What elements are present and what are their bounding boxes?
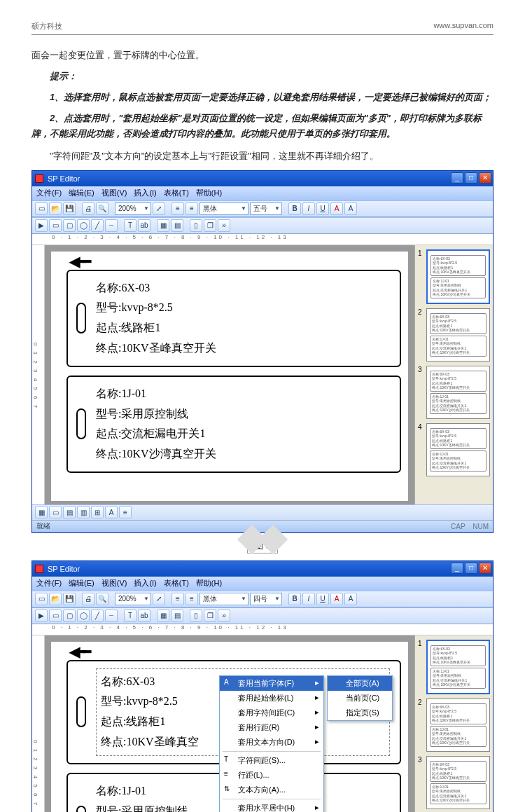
menu-insert[interactable]: 插入(I) — [134, 578, 156, 589]
tool-icon[interactable]: A — [105, 506, 118, 518]
underline-icon[interactable]: U — [316, 202, 329, 215]
field-text[interactable]: 型号:kvvp-8*2.5 — [96, 298, 390, 318]
font-name-combo[interactable]: 黑体 — [200, 593, 248, 605]
align-left-icon[interactable]: ≡ — [172, 202, 184, 215]
ab-icon[interactable]: ab — [138, 219, 150, 232]
ctx-apply-hcenter[interactable]: 套用水平居中(H)▸ — [220, 801, 323, 812]
bold-icon[interactable]: B — [288, 202, 301, 215]
line-icon[interactable]: ╱ — [91, 610, 104, 622]
ellipse-icon[interactable]: ◯ — [77, 219, 90, 232]
menu-help[interactable]: 帮助(H) — [196, 578, 222, 589]
menu-file[interactable]: 文件(F) — [36, 188, 62, 198]
rect-icon[interactable]: ▭ — [49, 219, 62, 232]
line-icon[interactable]: ╱ — [91, 219, 104, 232]
text-icon[interactable]: T — [124, 610, 136, 622]
ctx-apply-charspace[interactable]: 套用字符间距(C)▸ — [220, 706, 323, 720]
save-icon[interactable]: 💾 — [63, 202, 76, 215]
menu-edit[interactable]: 编辑(E) — [69, 578, 94, 589]
align-center-icon[interactable]: ≡ — [186, 202, 198, 215]
align-left-icon[interactable]: ≡ — [172, 593, 184, 605]
print-icon[interactable]: 🖨 — [82, 202, 94, 215]
font-size-combo[interactable]: 四号 — [250, 593, 282, 605]
pointer-icon[interactable]: ▶ — [35, 610, 48, 622]
copy-icon[interactable]: ❐ — [204, 219, 216, 232]
minimize-button[interactable]: _ — [451, 172, 463, 184]
zoom-combo[interactable]: 200% — [115, 593, 151, 605]
preview-icon[interactable]: 🔍 — [96, 593, 108, 605]
copy-icon[interactable]: ❐ — [204, 610, 216, 622]
field-text[interactable]: 名称:1J-01 — [96, 384, 390, 404]
minimize-button[interactable]: _ — [451, 563, 463, 574]
tool-icon[interactable]: ≡ — [119, 506, 132, 518]
print-icon[interactable]: 🖨 — [82, 593, 94, 605]
open-icon[interactable]: 📂 — [49, 593, 62, 605]
thumbnail[interactable]: 名称:6X-03型号:kvvp-8*2.5起点:线路柜1终点:10KV圣峰真空开… — [426, 366, 490, 419]
maximize-button[interactable]: □ — [465, 172, 477, 184]
menu-edit[interactable]: 编辑(E) — [69, 188, 94, 198]
menu-view[interactable]: 视图(V) — [102, 578, 127, 589]
open-icon[interactable]: 📂 — [49, 202, 62, 215]
tool-icon[interactable]: ▤ — [63, 506, 76, 518]
page-icon[interactable]: ▯ — [190, 610, 202, 622]
thumbnail[interactable]: 名称:6X-03型号:kvvp-8*2.5起点:线路柜1终点:10KV圣峰真空开… — [426, 249, 490, 304]
text-icon[interactable]: T — [124, 219, 136, 232]
dashed-icon[interactable]: ┄ — [105, 219, 118, 232]
thumbnail[interactable]: 名称:6X-03型号:kvvp-8*2.5起点:线路柜1终点:10KV圣峰真空开… — [426, 423, 490, 476]
menu-view[interactable]: 视图(V) — [102, 188, 127, 198]
grid2-icon[interactable]: ▤ — [171, 219, 183, 232]
menu-file[interactable]: 文件(F) — [36, 578, 62, 589]
grid-icon[interactable]: ▦ — [157, 610, 169, 622]
field-text[interactable]: 起点:交流柜漏电开关1 — [96, 424, 390, 444]
zoom-fit-icon[interactable]: ⤢ — [153, 593, 165, 605]
menu-table[interactable]: 表格(T) — [164, 188, 189, 198]
label-card-2[interactable]: 名称:1J-01 型号:采用原控制线 起点:交流柜漏电开关1 终点:10KV沙湾… — [66, 376, 401, 473]
tool-icon[interactable]: ⊞ — [91, 506, 104, 518]
ctx-apply-linespace[interactable]: 套用行距(R)▸ — [220, 720, 323, 735]
zoom-fit-icon[interactable]: ⤢ — [153, 202, 165, 215]
editor-canvas[interactable]: ◀━━ 名称:6X-03 型号:kvvp-8*2.5 起点:线路柜1 终点:10… — [50, 641, 409, 812]
italic-icon[interactable]: I — [302, 593, 315, 605]
page-icon[interactable]: ▯ — [190, 219, 202, 232]
zoom-combo[interactable]: 200% — [115, 202, 151, 215]
ctx-apply-textdir[interactable]: 套用文本方向(D)▸ — [220, 735, 323, 750]
menu-help[interactable]: 帮助(H) — [196, 188, 222, 198]
font-grow-icon[interactable]: A — [344, 593, 357, 605]
pointer-icon[interactable]: ▶ — [35, 219, 48, 232]
ctx-linespace[interactable]: ≡行距(L)... — [220, 768, 323, 783]
underline-icon[interactable]: U — [316, 593, 329, 605]
align-center-icon[interactable]: ≡ — [186, 593, 198, 605]
ctx-textdir[interactable]: ⇅文本方向(A)... — [220, 783, 323, 797]
thumbnail[interactable]: 名称:6X-03型号:kvvp-8*2.5起点:线路柜1终点:10KV圣峰真空开… — [426, 640, 490, 694]
maximize-button[interactable]: □ — [465, 563, 477, 574]
tool-icon[interactable]: ▥ — [77, 506, 90, 518]
font-size-combo[interactable]: 五号 — [250, 202, 282, 215]
ctx-sub-specifiedpage[interactable]: 指定页(S) — [328, 706, 392, 720]
ab-icon[interactable]: ab — [138, 610, 150, 622]
save-icon[interactable]: 💾 — [63, 593, 76, 605]
font-color-icon[interactable]: A — [330, 202, 343, 215]
grid2-icon[interactable]: ▤ — [171, 610, 183, 622]
thumbnail[interactable]: 名称:6X-03型号:kvvp-8*2.5起点:线路柜1终点:10KV圣峰真空开… — [426, 699, 490, 752]
tool-icon[interactable]: ▭ — [49, 506, 62, 518]
dashed-icon[interactable]: ┄ — [105, 610, 118, 622]
chevron-icon[interactable]: » — [218, 610, 230, 622]
new-icon[interactable]: ▭ — [35, 202, 48, 215]
ctx-sub-currentpage[interactable]: 当前页(C) — [328, 691, 392, 706]
field-text[interactable]: 终点:10KV圣峰真空开关 — [96, 338, 390, 359]
ctx-charspace[interactable]: T字符间距(S)... — [220, 753, 323, 768]
ellipse-icon[interactable]: ◯ — [77, 610, 90, 622]
close-button[interactable]: ✕ — [479, 172, 491, 184]
field-text[interactable]: 起点:线路柜1 — [96, 318, 390, 338]
thumbnail[interactable]: 名称:6X-03型号:kvvp-8*2.5起点:线路柜1终点:10KV圣峰真空开… — [426, 756, 490, 809]
field-text[interactable]: 型号:采用原控制线 — [96, 404, 390, 425]
ctx-apply-font[interactable]: A套用当前字体(F)▸ — [220, 676, 323, 691]
thumbnail[interactable]: 名称:6X-03型号:kvvp-8*2.5起点:线路柜1终点:10KV圣峰真空开… — [426, 308, 490, 362]
font-color-icon[interactable]: A — [330, 593, 343, 605]
round-rect-icon[interactable]: ▢ — [63, 219, 76, 232]
editor-canvas[interactable]: ◀━━ 名称:6X-03 型号:kvvp-8*2.5 起点:线路柜1 终点:10… — [50, 251, 409, 502]
field-text[interactable]: 名称:6X-03 — [96, 278, 390, 298]
context-submenu[interactable]: 全部页(A) 当前页(C) 指定页(S) — [327, 675, 393, 721]
bold-icon[interactable]: B — [288, 593, 301, 605]
preview-icon[interactable]: 🔍 — [96, 202, 108, 215]
menu-table[interactable]: 表格(T) — [164, 578, 189, 589]
